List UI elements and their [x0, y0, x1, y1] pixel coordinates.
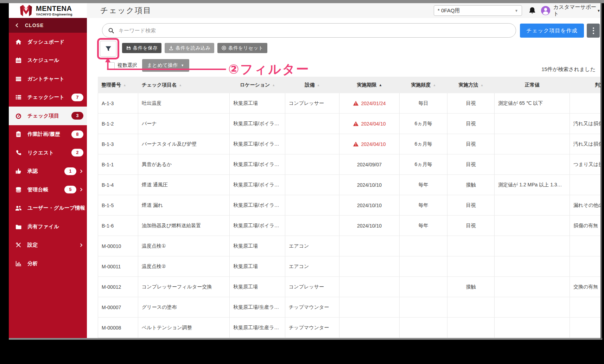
user-name[interactable]: カスタマーサポート — [553, 3, 600, 18]
cell-normal: 測定値が 65 ℃ 以下 — [495, 93, 570, 113]
cell-normal — [495, 236, 570, 256]
multi-select-checkbox[interactable] — [108, 62, 115, 69]
cell-equipment: エアコン — [285, 256, 339, 276]
table-row-B-1-6[interactable]: B-1-6油加熱器及び燃料送給装置秋葉原工場/ボイラ…2024/10/10毎年目… — [98, 216, 600, 236]
filter-annotation-highlight — [97, 38, 119, 59]
cell-frequency — [400, 277, 447, 297]
cell-frequency: 6ヵ月毎 — [400, 134, 447, 154]
cell-location: 秋葉原工場/ボイラ… — [230, 114, 285, 134]
page-title: チェック項目 — [100, 3, 152, 18]
app-logo: MENTENA YACHIYO Engineering — [9, 3, 87, 18]
sidebar-close-button[interactable]: CLOSE — [9, 18, 87, 33]
user-menu-caret-icon[interactable]: ▼ — [597, 3, 600, 18]
sidebar-item-schedule[interactable]: スケジュール — [9, 51, 87, 70]
table-row-B-1-1[interactable]: B-1-1異音があるか秋葉原工場/ボイラ…2024/09/076ヵ月毎目視つまり… — [98, 154, 600, 175]
column-header-name[interactable]: チェック項目名▲ — [138, 77, 230, 93]
main-content: チェック項目を作成 条件を保存 条件を読み込み 条件をリセット 複数選択 — [87, 18, 600, 338]
cell-judgement: 漏れその他の — [570, 195, 600, 215]
column-header-equipment[interactable]: 設備▲ — [285, 77, 339, 93]
cell-name: ベルトテンション調整 — [138, 318, 230, 338]
cell-frequency: 6ヵ月毎 — [400, 114, 447, 134]
cell-frequency: 毎年 — [400, 216, 447, 236]
sidebar-item-label: ユーザー・グループ情報 — [27, 205, 85, 211]
table-header-row: 整理番号▲チェック項目名▲ロケーション▲設備▲実施期限▲実施頻度▲実施方法▲正常… — [98, 77, 600, 93]
cell-due: 2024/10/10 — [339, 216, 400, 236]
column-header-frequency[interactable]: 実施頻度▲ — [400, 77, 447, 93]
cell-judgement — [570, 318, 600, 338]
sidebar-item-request[interactable]: リクエスト2 — [9, 143, 87, 162]
notifications-bell-icon[interactable] — [528, 6, 536, 15]
table-row-M-00007[interactable]: M-00007グリースの塗布秋葉原工場/生産ラ…チップマウンター — [98, 297, 600, 318]
cell-no: B-1-1 — [98, 154, 138, 174]
sidebar-item-check-sheet[interactable]: チェックシート7 — [9, 88, 87, 107]
cell-equipment — [285, 114, 339, 134]
sidebar-item-gantt-chart[interactable]: ガントチャート — [9, 70, 87, 88]
sidebar-item-shared-files[interactable]: 共有ファイル — [9, 217, 87, 236]
column-header-location[interactable]: ロケーション▲ — [230, 77, 285, 93]
cell-equipment — [285, 195, 339, 215]
table-row-M-00012[interactable]: M-00012コンプレッサーフィルター交換秋葉原工場コンプレッサー接触交換の有無 — [98, 277, 600, 297]
cell-no: A-1-3 — [98, 93, 138, 113]
table-row-B-1-5[interactable]: B-1-5煙道 漏れ秋葉原工場/ボイラ…2024/10/10毎年目視漏れその他の — [98, 195, 600, 216]
sort-asc-icon: ▲ — [123, 83, 126, 87]
cell-normal — [495, 318, 570, 338]
load-conditions-button[interactable]: 条件を読み込み — [165, 43, 214, 53]
chevron-left-icon — [14, 23, 19, 28]
tools-icon — [15, 242, 23, 249]
user-avatar[interactable] — [541, 6, 550, 15]
chevron-right-icon — [79, 243, 83, 247]
clipboard-icon — [15, 131, 23, 138]
checksheet-icon — [15, 94, 23, 101]
cell-method — [447, 236, 495, 256]
sidebar-item-user-group-info[interactable]: ユーザー・グループ情報 — [9, 199, 87, 218]
cell-due: 2024/04/10 — [339, 134, 400, 154]
cell-due: 2024/10/10 — [339, 195, 400, 215]
sidebar-item-work-plan-history[interactable]: 作業計画/履歴8 — [9, 125, 87, 144]
table-row-B-1-3[interactable]: B-1-3バーナスタイル及び炉壁秋葉原工場/ボイラ…2024/04/106ヵ月毎… — [98, 134, 600, 154]
create-check-item-button[interactable]: チェック項目を作成 — [520, 24, 584, 38]
save-conditions-button[interactable]: 条件を保存 — [122, 43, 161, 53]
search-input[interactable] — [118, 27, 510, 34]
cell-location: 秋葉原工場 — [230, 277, 285, 297]
sort-asc-icon: ▲ — [317, 83, 320, 87]
count-badge: 2 — [71, 149, 83, 157]
table-row-M-00008[interactable]: M-00008ベルトテンション調整秋葉原工場/生産ラ…チップマウンター — [98, 318, 600, 338]
sidebar-item-ledger[interactable]: 管理台帳5 — [9, 180, 87, 199]
workspace-select-value: * 0FAQ用 — [438, 7, 460, 14]
table-row-B-1-4[interactable]: B-1-4煙道 通風圧秋葉原工場/ボイラ…2024/10/10毎年接触測定値が … — [98, 175, 600, 195]
search-box — [102, 23, 516, 38]
funnel-icon — [105, 45, 112, 52]
workspace-select[interactable]: * 0FAQ用 ▼ — [434, 5, 522, 16]
sidebar-item-check-item[interactable]: チェック項目3 — [9, 107, 87, 125]
sidebar-item-analysis[interactable]: 分析 — [9, 254, 87, 273]
cell-name: 吐出温度 — [138, 93, 230, 113]
sidebar-item-settings[interactable]: 設定 — [9, 236, 87, 255]
cell-due — [339, 297, 400, 317]
cell-method: 目視 — [447, 216, 495, 236]
chart-icon — [15, 260, 23, 267]
cell-location: 秋葉原工場 — [230, 93, 285, 113]
brand-subtitle: YACHIYO Engineering — [36, 13, 72, 16]
cell-normal — [495, 277, 570, 297]
sidebar-item-dashboard[interactable]: ダッシュボード — [9, 33, 87, 51]
sort-asc-icon: ▲ — [481, 83, 484, 87]
more-options-kebab-button[interactable] — [587, 24, 600, 38]
screen-top-strip — [0, 0, 604, 3]
table-row-M-00011[interactable]: M-00011温度点検②秋葉原工場エアコン — [98, 256, 600, 277]
cell-due: 2024/09/07 — [339, 154, 400, 174]
reset-conditions-button[interactable]: 条件をリセット — [217, 43, 267, 53]
column-header-due[interactable]: 実施期限▲ — [339, 77, 400, 93]
cell-normal — [495, 134, 570, 154]
table-row-A-1-3[interactable]: A-1-3吐出温度秋葉原工場コンプレッサー2024/01/24毎日目視測定値が … — [98, 93, 600, 114]
sidebar-item-approval[interactable]: 承認1 — [9, 162, 87, 181]
bulk-action-button[interactable]: まとめて操作 ▼ — [142, 59, 189, 72]
cell-equipment: チップマウンター — [285, 297, 339, 317]
filter-button[interactable] — [100, 41, 116, 57]
cell-equipment: コンプレッサー — [285, 93, 339, 113]
table-row-B-1-2[interactable]: B-1-2バーナ秋葉原工場/ボイラ…2024/04/106ヵ月毎目視汚れ又は損傷 — [98, 114, 600, 134]
table-row-M-00010[interactable]: M-00010温度点検①秋葉原工場エアコン — [98, 236, 600, 256]
cell-equipment — [285, 154, 339, 174]
cell-no: M-00008 — [98, 318, 138, 338]
column-header-no[interactable]: 整理番号▲ — [98, 77, 138, 93]
column-header-method[interactable]: 実施方法▲ — [447, 77, 495, 93]
